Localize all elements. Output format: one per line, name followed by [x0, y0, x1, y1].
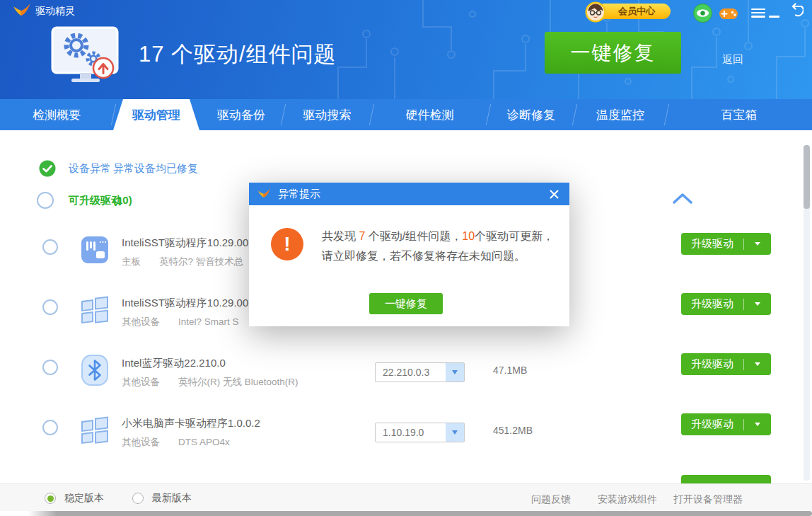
driver-device: 英特尔? 智音技术总 [159, 256, 243, 267]
app-header: 驱动精灵 会员中心 [0, 0, 812, 99]
driver-radio[interactable] [42, 239, 58, 255]
upgradable-section-radio[interactable] [37, 192, 54, 209]
window-bottom-shadow [28, 511, 812, 516]
version-caret-icon[interactable] [446, 363, 464, 382]
driver-title: 小米电脑声卡驱动程序1.0.0.2 [122, 417, 260, 430]
driver-subtitle: 其他设备英特尔(R) 无线 Bluetooth(R) [122, 376, 298, 389]
fixed-check-icon [39, 160, 56, 177]
driver-title: InteliSST驱动程序10.29.00 [122, 297, 248, 310]
scrollbar-thumb[interactable] [804, 145, 810, 209]
upgrade-dropdown-caret[interactable] [744, 242, 771, 246]
tab-temperature-monitor[interactable]: 温度监控 [574, 99, 666, 130]
alert-dialog: 异常提示 ! 共发现 7 个驱动/组件问题，10个驱动可更新，请立即修复，若不修… [249, 183, 569, 326]
upgrade-button[interactable]: 升级驱动 [681, 413, 771, 435]
driver-title: Intel蓝牙驱动22.210.0 [122, 357, 226, 370]
driver-row: 小米电脑声卡驱动程序1.0.0.2 其他设备DTS APO4x 1.10.19.… [0, 406, 798, 466]
driver-radio[interactable] [42, 360, 58, 375]
tab-driver-management[interactable]: 驱动管理 [113, 99, 199, 130]
windows-device-icon [79, 294, 110, 326]
dialog-message: 共发现 7 个驱动/组件问题，10个驱动可更新，请立即修复，若不修复将存在未知问… [322, 227, 558, 266]
dialog-fix-button[interactable]: 一键修复 [369, 293, 443, 314]
latest-version-radio[interactable]: 最新版本 [132, 492, 192, 505]
upgrade-dropdown-caret[interactable] [744, 362, 771, 366]
driver-subtitle: 其他设备DTS APO4x [122, 436, 230, 449]
upgradable-count-number: 10 [462, 230, 475, 242]
eye-protection-icon[interactable] [693, 4, 712, 23]
collapse-chevron-icon[interactable] [672, 191, 693, 205]
back-link[interactable]: 返回 [722, 53, 743, 67]
version-select[interactable]: 1.10.19.0 [375, 423, 465, 442]
menu-icon[interactable] [751, 6, 765, 19]
driver-size: 47.1MB [493, 365, 527, 376]
abnormal-status-label: 设备异常 [69, 162, 111, 176]
radio-selected-icon [45, 493, 56, 504]
install-game-component-link[interactable]: 安装游戏组件 [598, 493, 657, 506]
driver-radio[interactable] [42, 299, 58, 315]
version-value: 22.210.0.3 [376, 363, 446, 382]
tab-hardware-detect[interactable]: 硬件检测 [371, 99, 488, 130]
dialog-logo-icon [257, 188, 271, 200]
driver-category: 其他设备 [122, 377, 160, 387]
feedback-link[interactable]: 问题反馈 [531, 493, 571, 506]
one-key-fix-button[interactable]: 一键修复 [545, 32, 681, 74]
driver-subtitle: 其他设备Intel? Smart S [122, 316, 239, 328]
minimize-icon[interactable] [769, 16, 779, 18]
tab-driver-search[interactable]: 驱动搜索 [283, 99, 371, 130]
driver-genius-window: 驱动精灵 会员中心 [0, 0, 812, 516]
version-value: 1.10.19.0 [376, 423, 446, 442]
page-title: 17 个驱动/组件问题 [139, 40, 337, 69]
footer-bar: 稳定版本 最新版本 问题反馈 安装游戏组件 打开设备管理器 [0, 483, 812, 511]
driver-radio[interactable] [42, 420, 58, 435]
game-center-icon[interactable] [719, 5, 738, 23]
driver-subtitle: 主板英特尔? 智音技术总 [122, 256, 243, 268]
tab-overview[interactable]: 检测概要 [0, 99, 113, 130]
dialog-titlebar: 异常提示 [249, 183, 569, 205]
motherboard-device-icon [79, 234, 110, 265]
close-icon[interactable] [547, 187, 561, 201]
member-center-button[interactable]: 会员中心 [597, 4, 671, 19]
abnormal-status-value: 异常设备均已修复 [113, 162, 198, 176]
upgrade-button-partial[interactable] [681, 475, 771, 483]
upgrade-dropdown-caret[interactable] [744, 423, 771, 426]
user-avatar[interactable] [585, 1, 606, 23]
driver-title: InteliSST驱动程序10.29.00 [122, 236, 248, 250]
upgrade-dropdown-caret[interactable] [744, 302, 771, 306]
driver-row: Intel蓝牙驱动22.210.0 其他设备英特尔(R) 无线 Bluetoot… [0, 345, 798, 406]
bluetooth-device-icon [79, 355, 110, 386]
main-tab-bar: 检测概要 驱动管理 驱动备份 驱动搜索 硬件检测 诊断修复 温度监控 百宝箱 [0, 99, 812, 130]
driver-device: Intel? Smart S [178, 316, 239, 327]
upgrade-button[interactable]: 升级驱动 [681, 353, 771, 375]
driver-device: 英特尔(R) 无线 Bluetooth(R) [178, 377, 298, 387]
driver-device: DTS APO4x [178, 437, 230, 447]
tab-toolbox[interactable]: 百宝箱 [666, 99, 812, 130]
radio-unselected-icon [132, 493, 144, 504]
tab-driver-backup[interactable]: 驱动备份 [199, 99, 283, 130]
windows-device-icon [79, 415, 110, 446]
tab-diagnose-repair[interactable]: 诊断修复 [488, 99, 574, 130]
dialog-title: 异常提示 [278, 188, 320, 201]
driver-category: 其他设备 [122, 316, 160, 327]
upgrade-button[interactable]: 升级驱动 [681, 293, 771, 315]
driver-category: 其他设备 [122, 437, 160, 447]
stable-version-radio[interactable]: 稳定版本 [45, 492, 104, 505]
driver-category: 主板 [122, 256, 141, 267]
scan-result-icon [47, 25, 126, 91]
app-title: 驱动精灵 [35, 5, 75, 18]
open-device-manager-link[interactable]: 打开设备管理器 [673, 493, 743, 506]
driver-size: 451.2MB [493, 425, 533, 436]
version-select[interactable]: 22.210.0.3 [375, 362, 465, 382]
upgrade-button[interactable]: 升级驱动 [681, 233, 771, 255]
scrollbar[interactable] [804, 145, 810, 481]
version-caret-icon[interactable] [446, 423, 464, 442]
window-titlebar: 驱动精灵 会员中心 [0, 0, 812, 21]
app-logo-icon [13, 2, 31, 19]
restore-back-icon[interactable] [787, 3, 804, 18]
upgradable-count: (10) [113, 194, 132, 206]
warning-icon: ! [271, 228, 303, 260]
